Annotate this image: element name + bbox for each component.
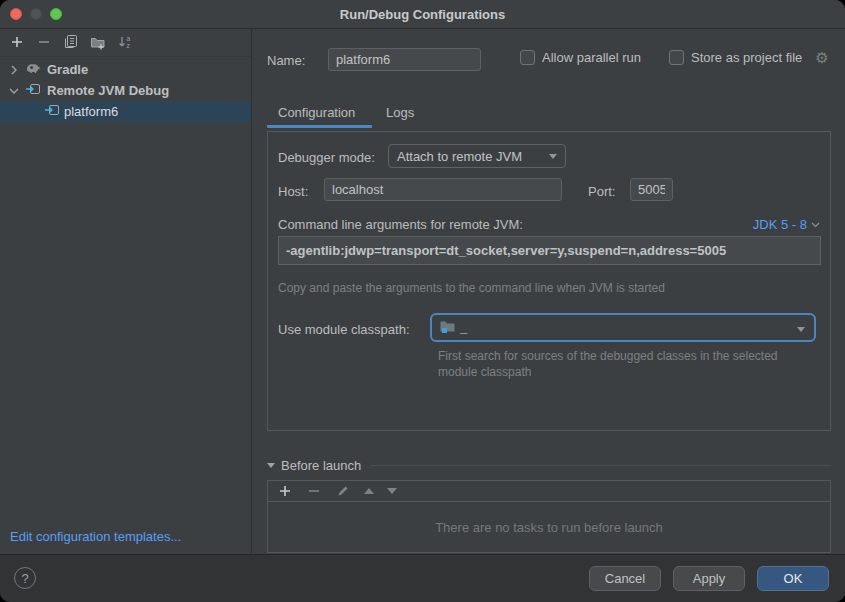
move-up-icon[interactable]	[364, 488, 374, 494]
dropdown-arrow-icon	[797, 327, 805, 332]
gear-icon[interactable]: ⚙	[815, 50, 828, 65]
cmdline-arguments-label: Command line arguments for remote JVM:	[278, 217, 523, 232]
port-input[interactable]	[630, 178, 673, 201]
new-folder-icon[interactable]	[90, 34, 106, 50]
remove-configuration-icon[interactable]	[36, 34, 52, 50]
debugger-mode-select[interactable]: Attach to remote JVM	[388, 144, 566, 168]
name-label: Name:	[267, 53, 305, 68]
checkbox-icon	[669, 50, 684, 65]
cmdline-hint: Copy and paste the arguments to the comm…	[278, 280, 665, 296]
before-launch-title: Before launch	[281, 458, 361, 473]
jdk-version-value: JDK 5 - 8	[753, 217, 807, 232]
tree-item-remote-jvm-debug[interactable]: Remote JVM Debug	[0, 80, 251, 101]
host-input[interactable]	[324, 178, 562, 201]
active-tab-indicator	[267, 125, 372, 128]
allow-parallel-run-label: Allow parallel run	[542, 50, 641, 65]
sidebar-toolbar: a z	[0, 28, 251, 57]
section-divider	[371, 465, 831, 466]
dialog-footer: ? Cancel Apply OK	[0, 554, 845, 602]
close-window-button[interactable]	[10, 8, 22, 20]
configuration-editor: Name: Allow parallel run Store as projec…	[253, 28, 845, 555]
tree-item-platform6[interactable]: platform6	[0, 101, 251, 122]
chevron-down-icon	[811, 222, 820, 228]
store-as-project-file-checkbox[interactable]: Store as project file ⚙	[669, 50, 829, 65]
run-debug-configurations-dialog: Run/Debug Configurations	[0, 0, 845, 602]
ok-button[interactable]: OK	[757, 566, 829, 591]
before-launch-section-header[interactable]: Before launch	[267, 458, 831, 473]
dialog-title: Run/Debug Configurations	[340, 7, 505, 22]
store-as-project-file-label: Store as project file	[691, 50, 802, 65]
module-classpath-combobox[interactable]: _	[430, 313, 816, 342]
svg-text:a: a	[127, 35, 131, 42]
port-label: Port:	[588, 184, 615, 199]
configuration-tab-panel: Debugger mode: Attach to remote JVM Host…	[267, 131, 831, 431]
chevron-right-icon[interactable]	[9, 62, 19, 78]
window-controls	[10, 8, 62, 20]
title-bar: Run/Debug Configurations	[0, 0, 845, 29]
gradle-icon	[25, 60, 41, 79]
sort-alphabetically-icon[interactable]: a z	[117, 34, 133, 50]
tab-logs[interactable]: Logs	[386, 105, 414, 120]
collapse-arrow-icon[interactable]	[267, 463, 275, 468]
dropdown-arrow-icon	[549, 154, 557, 159]
help-button[interactable]: ?	[14, 567, 36, 589]
chevron-down-icon[interactable]	[9, 83, 19, 99]
before-launch-empty-text: There are no tasks to run before launch	[435, 520, 663, 535]
host-label: Host:	[278, 184, 308, 199]
configurations-tree: Gradle Remote JVM Debug	[0, 57, 251, 122]
before-launch-empty-panel: There are no tasks to run before launch	[267, 502, 831, 553]
debugger-mode-value: Attach to remote JVM	[397, 149, 522, 164]
name-input[interactable]	[328, 48, 481, 71]
tree-item-label: Gradle	[47, 62, 88, 77]
add-configuration-icon[interactable]	[9, 34, 25, 50]
remove-task-icon[interactable]	[306, 483, 322, 499]
apply-button[interactable]: Apply	[673, 566, 745, 591]
checkbox-icon	[520, 50, 535, 65]
tree-item-label: platform6	[64, 104, 118, 119]
text-caret: _	[460, 320, 467, 335]
tab-configuration[interactable]: Configuration	[278, 105, 355, 120]
configurations-sidebar: a z Gradle	[0, 28, 252, 555]
module-classpath-label: Use module classpath:	[278, 322, 410, 337]
minimize-window-button	[30, 8, 42, 20]
edit-task-icon[interactable]	[335, 483, 351, 499]
dialog-buttons: Cancel Apply OK	[589, 566, 829, 591]
allow-parallel-run-checkbox[interactable]: Allow parallel run	[520, 50, 641, 65]
tree-item-label: Remote JVM Debug	[47, 83, 169, 98]
cancel-button[interactable]: Cancel	[589, 566, 661, 591]
module-folder-icon	[439, 319, 456, 337]
zoom-window-button[interactable]	[50, 8, 62, 20]
add-task-icon[interactable]	[277, 483, 293, 499]
remote-jvm-debug-icon	[44, 102, 60, 121]
tree-item-gradle[interactable]: Gradle	[0, 59, 251, 80]
move-down-icon[interactable]	[387, 488, 397, 494]
module-classpath-hint: First search for sources of the debugged…	[438, 348, 788, 380]
before-launch-toolbar	[267, 480, 831, 502]
jdk-version-selector[interactable]: JDK 5 - 8	[753, 217, 820, 232]
remote-jvm-debug-icon	[25, 81, 41, 100]
debugger-mode-label: Debugger mode:	[278, 150, 375, 165]
edit-configuration-templates-link[interactable]: Edit configuration templates...	[10, 529, 181, 544]
copy-configuration-icon[interactable]	[63, 34, 79, 50]
svg-text:z: z	[127, 42, 130, 49]
cmdline-arguments-input[interactable]	[278, 236, 821, 265]
